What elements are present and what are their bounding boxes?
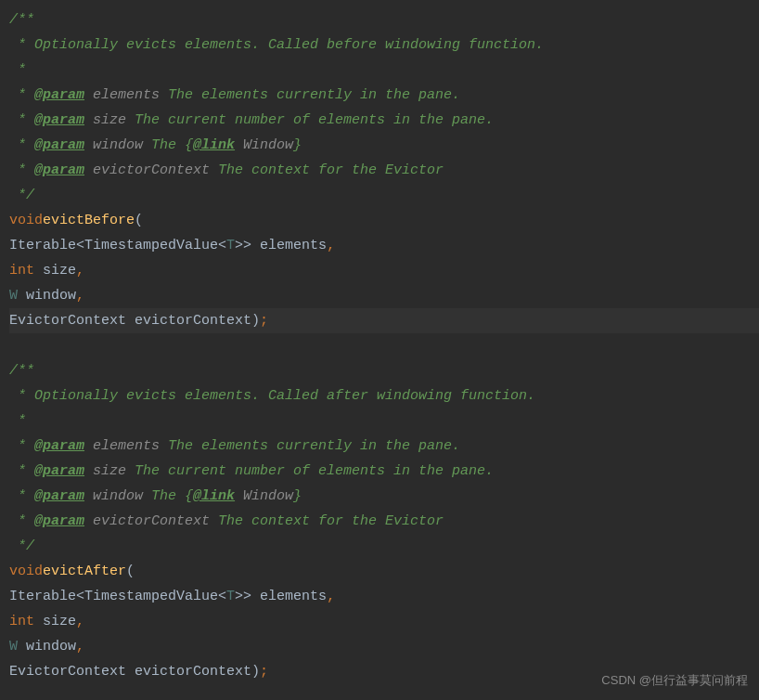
generic-t: T bbox=[226, 584, 235, 609]
code-line: W window, bbox=[9, 634, 759, 659]
param-name: evictorContext bbox=[84, 509, 210, 534]
code-line: */ bbox=[9, 183, 759, 208]
comma: , bbox=[76, 609, 84, 634]
lt: < bbox=[218, 584, 226, 609]
param-name: window bbox=[84, 133, 143, 158]
type-w: W bbox=[9, 634, 18, 659]
param-desc: The current number of elements in the pa… bbox=[126, 108, 494, 133]
code-editor[interactable]: /** * Optionally evicts elements. Called… bbox=[0, 0, 759, 692]
comma: , bbox=[327, 233, 335, 258]
param-desc: The context for the Evictor bbox=[210, 158, 444, 183]
javadoc-prefix: * bbox=[9, 434, 34, 459]
code-line-empty bbox=[9, 333, 759, 358]
javadoc-empty: * bbox=[9, 408, 26, 434]
param-tag: @param bbox=[34, 108, 84, 133]
link-tag: @link bbox=[193, 133, 235, 158]
keyword-void: void bbox=[9, 208, 43, 233]
param-tag: @param bbox=[34, 158, 84, 183]
keyword-int: int bbox=[9, 258, 34, 283]
method-name: evictAfter bbox=[43, 559, 126, 584]
generic-t: T bbox=[226, 233, 235, 258]
type-iterable: Iterable bbox=[9, 233, 76, 258]
code-line: * Optionally evicts elements. Called bef… bbox=[9, 32, 759, 58]
link-target: Window bbox=[235, 484, 293, 509]
javadoc-prefix: * bbox=[9, 509, 34, 534]
javadoc-desc: * Optionally evicts elements. Called bef… bbox=[9, 32, 544, 58]
param-desc: The context for the Evictor bbox=[210, 509, 444, 534]
code-line: * @param elements The elements currently… bbox=[9, 83, 759, 108]
javadoc-close: */ bbox=[9, 534, 34, 559]
javadoc-open: /** bbox=[9, 358, 34, 383]
param-window: window bbox=[18, 283, 76, 308]
code-line: * @param size The current number of elem… bbox=[9, 108, 759, 133]
type-timestamped: TimestampedValue bbox=[84, 233, 218, 258]
param-size: size bbox=[34, 609, 76, 634]
code-line: * @param window The {@link Window} bbox=[9, 484, 759, 509]
code-line: void evictAfter( bbox=[9, 559, 759, 584]
param-desc: The { bbox=[143, 484, 193, 509]
gt2: >> bbox=[235, 233, 251, 258]
param-evictor-context: evictorContext bbox=[126, 659, 251, 684]
comma: , bbox=[327, 584, 335, 609]
param-name: elements bbox=[84, 83, 160, 108]
param-size: size bbox=[34, 258, 76, 283]
param-desc: } bbox=[293, 484, 302, 509]
type-w: W bbox=[9, 283, 18, 308]
code-line: * Optionally evicts elements. Called aft… bbox=[9, 383, 759, 408]
code-line: * @param elements The elements currently… bbox=[9, 434, 759, 459]
code-line: int size, bbox=[9, 609, 759, 634]
comma: , bbox=[76, 283, 84, 308]
param-tag: @param bbox=[34, 133, 84, 158]
semicolon: ; bbox=[260, 308, 268, 333]
param-name: size bbox=[84, 108, 126, 133]
keyword-void: void bbox=[9, 559, 43, 584]
param-name: window bbox=[84, 484, 143, 509]
param-elements: elements bbox=[251, 233, 327, 258]
type-iterable: Iterable bbox=[9, 584, 76, 609]
code-line: Iterable<TimestampedValue<T>> elements, bbox=[9, 584, 759, 609]
lt: < bbox=[76, 584, 84, 609]
param-tag: @param bbox=[34, 459, 84, 484]
keyword-int: int bbox=[9, 609, 34, 634]
javadoc-prefix: * bbox=[9, 158, 34, 183]
code-line: * @param size The current number of elem… bbox=[9, 459, 759, 484]
code-line: * @param evictorContext The context for … bbox=[9, 509, 759, 534]
lt: < bbox=[76, 233, 84, 258]
code-line: Iterable<TimestampedValue<T>> elements, bbox=[9, 233, 759, 258]
code-line: */ bbox=[9, 534, 759, 559]
code-line: * @param evictorContext The context for … bbox=[9, 158, 759, 183]
code-line: * @param window The {@link Window} bbox=[9, 133, 759, 158]
code-line: void evictBefore( bbox=[9, 208, 759, 233]
param-tag: @param bbox=[34, 434, 84, 459]
code-line: * bbox=[9, 408, 759, 434]
close-paren: ) bbox=[251, 659, 260, 684]
param-name: elements bbox=[84, 434, 160, 459]
param-tag: @param bbox=[34, 484, 84, 509]
param-evictor-context: evictorContext bbox=[126, 308, 251, 333]
type-timestamped: TimestampedValue bbox=[84, 584, 218, 609]
javadoc-open: /** bbox=[9, 7, 34, 32]
param-desc: The elements currently in the pane. bbox=[160, 83, 460, 108]
javadoc-prefix: * bbox=[9, 484, 34, 509]
comma: , bbox=[76, 258, 84, 283]
javadoc-desc: * Optionally evicts elements. Called aft… bbox=[9, 383, 535, 408]
param-desc: The { bbox=[143, 133, 193, 158]
param-desc: } bbox=[293, 133, 302, 158]
code-line: W window, bbox=[9, 283, 759, 308]
type-evictor-context: EvictorContext bbox=[9, 308, 126, 333]
open-paren: ( bbox=[126, 559, 135, 584]
javadoc-close: */ bbox=[9, 183, 34, 208]
param-desc: The current number of elements in the pa… bbox=[126, 459, 494, 484]
code-line: /** bbox=[9, 7, 759, 32]
param-name: evictorContext bbox=[84, 158, 210, 183]
method-name: evictBefore bbox=[43, 208, 135, 233]
javadoc-prefix: * bbox=[9, 133, 34, 158]
param-tag: @param bbox=[34, 509, 84, 534]
code-line: int size, bbox=[9, 258, 759, 283]
type-evictor-context: EvictorContext bbox=[9, 659, 126, 684]
code-line: * bbox=[9, 58, 759, 83]
param-desc: The elements currently in the pane. bbox=[160, 434, 460, 459]
link-target: Window bbox=[235, 133, 293, 158]
param-window: window bbox=[18, 634, 76, 659]
link-tag: @link bbox=[193, 484, 235, 509]
